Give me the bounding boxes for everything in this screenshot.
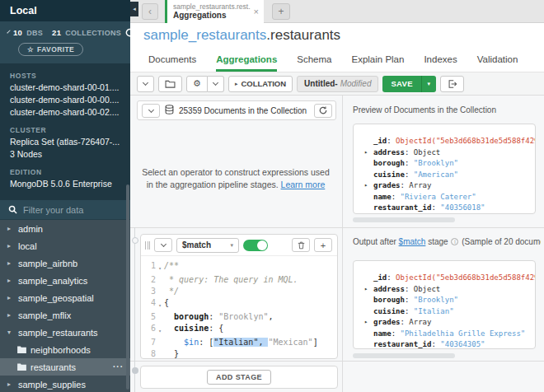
collection-name: neighborhoods — [30, 345, 91, 355]
fold-icon[interactable]: ▾ — [156, 323, 164, 337]
sidebar-item-sample_geospatial[interactable]: ▸sample_geospatial — [0, 289, 130, 306]
favorite-button[interactable]: ☆ FAVORITE — [18, 43, 83, 56]
mongodb-compass-window: Local 10 DBS 21 COLLECTIONS ☆ FAVORITE H… — [0, 0, 544, 392]
new-tab-button[interactable]: + — [272, 3, 290, 20]
sidebar-item-sample_analytics[interactable]: ▸sample_analytics — [0, 272, 130, 289]
sidebar-item-sample_restaurants[interactable]: ▾sample_restaurants — [0, 324, 130, 341]
tab-aggregations[interactable]: Aggregations — [216, 48, 277, 72]
info-icon[interactable]: i — [451, 238, 458, 245]
field-value: Object — [414, 148, 441, 156]
chevron-right-icon[interactable]: ▸ — [7, 277, 11, 284]
workspace-tab[interactable]: sample_restaurants.rest... Aggregations … — [165, 0, 264, 23]
field-value: "40364305" — [440, 340, 485, 348]
fold-spacer — [156, 337, 164, 348]
settings-dropdown-button[interactable] — [208, 76, 224, 92]
close-icon[interactable]: × — [251, 7, 259, 16]
chevron-down-icon[interactable] — [7, 30, 10, 33]
sidebar-stats: 10 DBS 21 COLLECTIONS ☆ FAVORITE — [0, 21, 130, 63]
field-value: ObjectId("5eb3d668b31de5d588f42962") — [396, 273, 536, 282]
workspace-tab-strip: ◂ ‹ sample_restaurants.rest... Aggregati… — [130, 0, 544, 23]
drag-handle-icon[interactable] — [145, 241, 150, 250]
delete-stage-button[interactable] — [292, 238, 310, 252]
settings-button[interactable]: ⚙ — [186, 76, 208, 92]
sidebar-item-restaurants[interactable]: restaurants··· — [0, 358, 130, 376]
document-field: _id: ObjectId("5eb3d668b31de5d588f42962"… — [365, 273, 530, 284]
field-value: "40356018" — [440, 203, 485, 212]
folder-icon — [17, 346, 26, 353]
stage-editor[interactable]: 1▾/**2 * query: The query in MQL.3 */4▾{… — [141, 256, 337, 359]
chevron-down-icon — [160, 241, 166, 247]
sidebar-item-local[interactable]: ▸local — [0, 237, 130, 254]
expand-icon[interactable]: ▸ — [364, 317, 368, 329]
pipeline-collapse-button[interactable] — [137, 76, 154, 92]
filter-input[interactable] — [23, 205, 122, 215]
host-item: cluster-demo-shard-00-01.... — [10, 82, 120, 94]
horizontal-scrollbar[interactable] — [353, 353, 455, 358]
field-value: "Italian" — [414, 307, 454, 315]
stage-toggle[interactable] — [243, 240, 268, 251]
stage-output-title: Output after $match stage i (Sample of 2… — [353, 237, 541, 246]
tab-schema[interactable]: Schema — [297, 48, 331, 72]
database-list: ▸admin▸local▸sample_airbnb▸sample_analyt… — [0, 220, 130, 392]
refresh-documents-button[interactable] — [314, 104, 332, 118]
dbs-label: DBS — [26, 29, 43, 37]
collation-toggle-button[interactable]: ▸ COLLATION — [228, 76, 293, 92]
export-to-language-button[interactable] — [440, 76, 464, 92]
chevron-down-icon[interactable]: ▾ — [7, 329, 11, 336]
pane-divider[interactable] — [342, 96, 343, 392]
fold-icon[interactable]: ▾ — [156, 260, 164, 274]
sidebar-item-admin[interactable]: ▸admin — [0, 220, 130, 237]
output-prefix: Output after — [353, 237, 396, 246]
sidebar-item-sample_mflix[interactable]: ▸sample_mflix — [0, 306, 130, 324]
tab-validation[interactable]: Validation — [477, 48, 518, 72]
expand-icon[interactable]: ▸ — [364, 180, 368, 192]
chevron-right-icon[interactable]: ▸ — [7, 294, 11, 301]
stage-connector-dot — [132, 367, 138, 374]
expand-icon[interactable]: ▸ — [364, 147, 368, 159]
host-item: cluster-demo-shard-00-02.... — [10, 106, 120, 119]
save-dropdown-button[interactable]: ▾ — [421, 76, 436, 92]
field-key: address — [373, 148, 405, 156]
fold-spacer — [156, 348, 164, 359]
field-key: cuisine — [373, 170, 405, 179]
field-value: Array — [409, 318, 431, 326]
content-area: ◂ ‹ sample_restaurants.rest... Aggregati… — [130, 0, 544, 392]
edition-label: EDITION — [10, 168, 120, 176]
horizontal-scrollbar[interactable] — [353, 217, 455, 222]
search-icon — [8, 203, 17, 217]
chevron-right-icon[interactable]: ▸ — [7, 242, 11, 250]
sidebar-item-neighborhoods[interactable]: neighborhoods — [0, 341, 130, 358]
stage-card: $match ▾ + 1▾/**2 * query: The query in … — [140, 234, 338, 359]
add-stage-after-button[interactable]: + — [314, 238, 332, 252]
sidebar-item-sample_airbnb[interactable]: ▸sample_airbnb — [0, 254, 130, 272]
database-name: sample_analytics — [18, 276, 87, 286]
expand-icon[interactable]: ▸ — [364, 284, 368, 296]
chevron-right-icon[interactable]: ▸ — [7, 259, 11, 267]
more-options-icon[interactable]: ··· — [113, 362, 124, 371]
pipeline-name-field[interactable]: Untitled- Modified — [297, 76, 378, 92]
sidebar-scrollbar[interactable] — [126, 184, 129, 390]
stage-operator-select[interactable]: $match ▾ — [176, 238, 239, 253]
chevron-right-icon[interactable]: ▸ — [7, 380, 11, 388]
namespace-collection: .restaurants — [266, 27, 340, 44]
sidebar-item-sample_supplies[interactable]: ▸sample_supplies — [0, 376, 130, 392]
tab-indexes[interactable]: Indexes — [424, 48, 457, 72]
save-button[interactable]: SAVE — [382, 76, 420, 92]
line-number: 7 — [141, 337, 156, 348]
learn-more-link[interactable]: Learn more — [281, 180, 326, 189]
chevron-down-icon — [213, 80, 218, 86]
add-stage-button[interactable]: ADD STAGE — [207, 370, 271, 385]
scroll-tabs-left-button[interactable]: ‹ — [142, 3, 158, 20]
collapse-stage-button[interactable] — [154, 238, 172, 252]
chevron-right-icon[interactable]: ▸ — [7, 225, 11, 232]
tab-documents[interactable]: Documents — [148, 48, 196, 72]
pipeline-toolbar: ⚙ ▸ COLLATION Untitled- Modified SAVE ▾ — [130, 72, 544, 96]
tab-explain-plan[interactable]: Explain Plan — [351, 48, 404, 72]
stage-operator-link[interactable]: $match — [399, 237, 426, 246]
collapse-sidebar-icon[interactable]: ◂ — [130, 2, 138, 16]
collapse-input-button[interactable] — [142, 104, 160, 118]
fold-icon[interactable]: ▾ — [156, 297, 164, 311]
chevron-right-icon[interactable]: ▸ — [7, 311, 11, 319]
namespace-database: sample_restaurants — [143, 27, 266, 44]
open-saved-pipelines-button[interactable] — [158, 76, 182, 92]
